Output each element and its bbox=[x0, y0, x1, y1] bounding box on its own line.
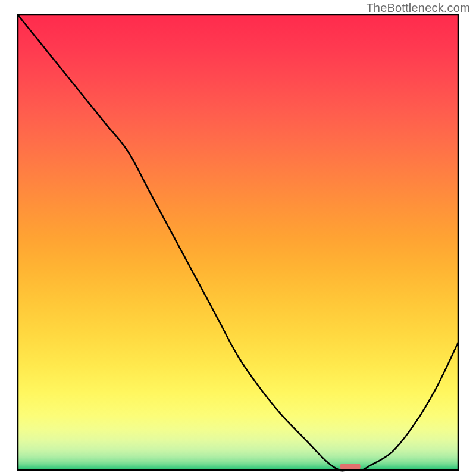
optimal-marker bbox=[340, 464, 361, 469]
plot-background bbox=[18, 15, 458, 470]
bottleneck-chart bbox=[0, 0, 476, 476]
watermark-text: TheBottleneck.com bbox=[366, 1, 470, 15]
